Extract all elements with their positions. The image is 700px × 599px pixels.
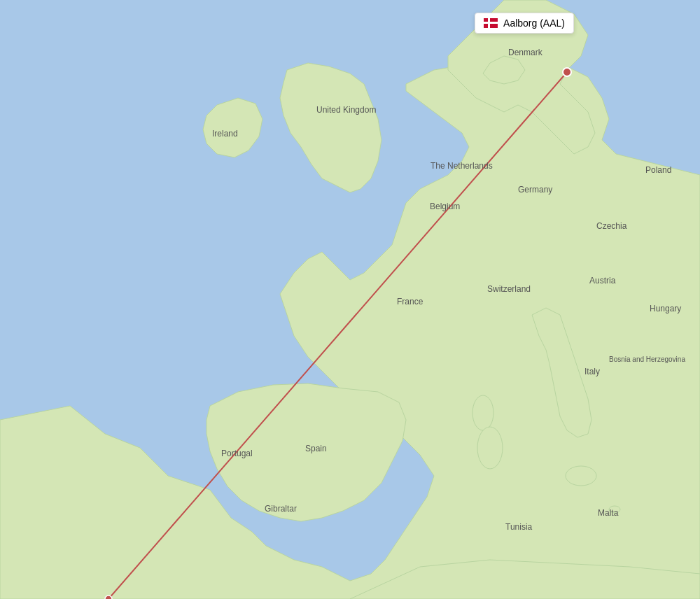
airport-name: Aalborg (AAL) (503, 17, 565, 29)
map-svg (0, 0, 700, 599)
svg-point-6 (563, 68, 571, 76)
map-container: Aalborg (AAL) Ireland United Kingdom Den… (0, 0, 700, 599)
svg-point-3 (566, 466, 596, 486)
svg-point-1 (472, 395, 493, 430)
svg-point-7 (105, 596, 112, 599)
denmark-flag-icon (484, 18, 498, 28)
svg-point-4 (609, 506, 620, 513)
svg-point-2 (477, 427, 503, 469)
airport-label: Aalborg (AAL) (475, 13, 574, 34)
